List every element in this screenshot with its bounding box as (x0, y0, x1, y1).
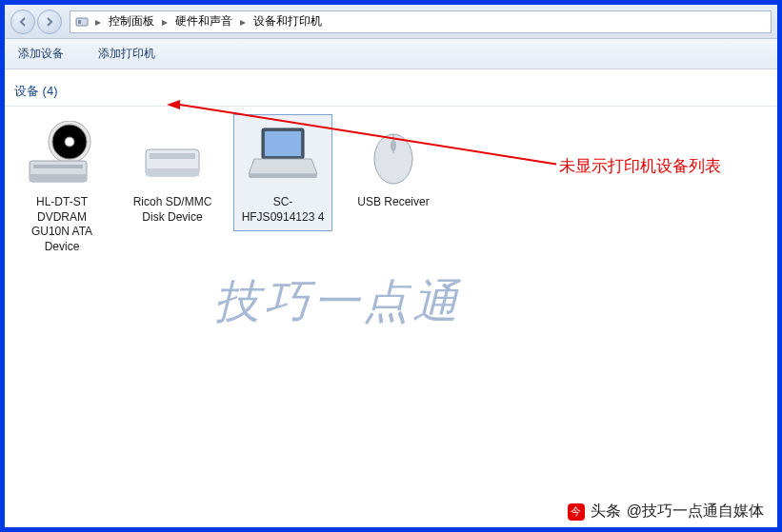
svg-rect-10 (146, 168, 199, 176)
address-bar[interactable]: ▸ 控制面板 ▸ 硬件和声音 ▸ 设备和打印机 (70, 10, 772, 33)
optical-drive-icon (24, 121, 100, 189)
svg-point-4 (65, 137, 74, 147)
annotation-text: 未显示打印机设备列表 (559, 155, 721, 177)
back-button[interactable] (10, 10, 35, 34)
breadcrumb-item[interactable]: 控制面板 (105, 11, 158, 31)
add-device-button[interactable]: 添加设备 (12, 42, 70, 66)
headline-icon: 今 (568, 503, 585, 521)
device-label: HL-DT-ST DVDRAM GU10N ATA Device (17, 195, 107, 254)
device-label: SC-HFJS0914123 4 (238, 195, 328, 225)
device-item[interactable]: Ricoh SD/MMC Disk Device (123, 114, 222, 231)
svg-point-15 (391, 140, 396, 151)
chevron-right-icon: ▸ (238, 15, 248, 29)
svg-rect-13 (249, 174, 317, 178)
svg-rect-0 (76, 18, 88, 26)
add-printer-button[interactable]: 添加打印机 (92, 42, 161, 66)
device-item[interactable]: SC-HFJS0914123 4 (233, 114, 332, 231)
devices-icon (74, 14, 90, 30)
device-label: Ricoh SD/MMC Disk Device (128, 195, 217, 225)
svg-rect-9 (150, 153, 195, 159)
chevron-right-icon: ▸ (160, 15, 170, 29)
annotation-arrow-head (167, 100, 180, 109)
footer-author: @技巧一点通自媒体 (627, 502, 764, 522)
breadcrumb-item[interactable]: 硬件和声音 (171, 11, 236, 31)
watermark-text: 技巧一点通 (214, 271, 462, 332)
breadcrumb-item[interactable]: 设备和打印机 (250, 11, 326, 31)
window-titlebar: ▸ 控制面板 ▸ 硬件和声音 ▸ 设备和打印机 (5, 5, 777, 39)
device-item[interactable]: HL-DT-ST DVDRAM GU10N ATA Device (12, 114, 111, 261)
breadcrumb: ▸ 控制面板 ▸ 硬件和声音 ▸ 设备和打印机 (93, 11, 326, 31)
laptop-icon (245, 121, 321, 189)
forward-button[interactable] (37, 10, 62, 34)
svg-rect-12 (265, 131, 301, 156)
footer-credit: 今 头条 @技巧一点通自媒体 (568, 502, 764, 522)
command-toolbar: 添加设备 添加打印机 (5, 39, 777, 69)
chevron-right-icon: ▸ (93, 15, 103, 29)
card-reader-icon (134, 121, 211, 189)
nav-buttons (10, 10, 62, 34)
device-label: USB Receiver (349, 195, 438, 210)
devices-grid: HL-DT-ST DVDRAM GU10N ATA Device Ricoh S… (5, 107, 777, 268)
svg-rect-1 (78, 20, 81, 24)
svg-rect-6 (33, 165, 83, 168)
devices-section-header[interactable]: 设备 (4) (5, 77, 777, 107)
mouse-icon (355, 121, 431, 189)
svg-rect-7 (30, 174, 87, 182)
device-item[interactable]: USB Receiver (344, 114, 443, 217)
footer-prefix: 头条 (591, 502, 621, 522)
